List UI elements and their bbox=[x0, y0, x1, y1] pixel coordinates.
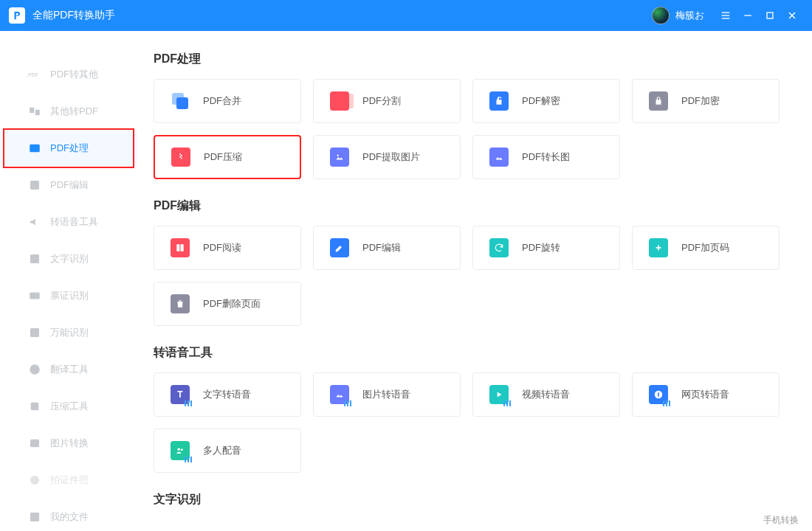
avatar[interactable] bbox=[652, 7, 670, 24]
sidebar-item-image-convert[interactable]: 图片转换 bbox=[0, 425, 137, 462]
card-label: PDF旋转 bbox=[522, 241, 560, 254]
card-pdf-rotate[interactable]: PDF旋转 bbox=[472, 226, 620, 270]
card-label: PDF编辑 bbox=[362, 241, 401, 254]
sidebar-item-label: 拍证件照 bbox=[50, 473, 89, 487]
people-icon bbox=[171, 441, 190, 460]
svg-rect-13 bbox=[30, 293, 40, 299]
camera-icon bbox=[28, 473, 41, 487]
sidebar-item-ocr[interactable]: 文字识别 bbox=[0, 240, 137, 277]
card-pdf-read[interactable]: PDF阅读 bbox=[154, 226, 301, 270]
sidebar-item-pdf-edit[interactable]: PDF编辑 bbox=[0, 167, 137, 204]
globe-icon bbox=[649, 385, 668, 404]
card-label: 多人配音 bbox=[203, 444, 241, 457]
sidebar-item-label: 万能识别 bbox=[50, 326, 89, 339]
card-video-tts[interactable]: 视频转语音 bbox=[472, 372, 620, 417]
svg-rect-8 bbox=[30, 108, 34, 114]
svg-point-28 bbox=[181, 448, 183, 451]
section-title: PDF处理 bbox=[154, 52, 796, 67]
app-logo bbox=[9, 7, 25, 24]
extract-image-icon bbox=[330, 148, 349, 167]
card-pdf-pagenum[interactable]: PDF加页码 bbox=[632, 226, 780, 270]
svg-rect-21 bbox=[181, 155, 182, 156]
svg-rect-17 bbox=[30, 440, 39, 448]
main-content: PDF处理 PDF合并 PDF分割 PDF解密 PDF加密 bbox=[137, 31, 812, 531]
card-pdf-edit[interactable]: PDF编辑 bbox=[313, 226, 461, 270]
maximize-button[interactable] bbox=[759, 0, 781, 31]
svg-rect-14 bbox=[30, 328, 39, 337]
card-label: PDF删除页面 bbox=[203, 297, 261, 310]
sidebar-item-other-to-pdf[interactable]: 其他转PDF bbox=[0, 93, 137, 130]
sidebar-item-label: 压缩工具 bbox=[50, 400, 89, 413]
card-text-tts[interactable]: T 文字转语音 bbox=[154, 372, 301, 417]
section-pdf-edit: PDF编辑 PDF阅读 PDF编辑 PDF旋转 PDF加页码 bbox=[154, 198, 796, 326]
scan-icon bbox=[28, 326, 41, 339]
svg-rect-10 bbox=[30, 145, 40, 153]
section-title: PDF编辑 bbox=[154, 198, 796, 214]
unlock-icon bbox=[489, 91, 509, 111]
sidebar: PDF PDF转其他 其他转PDF PDF处理 PDF编辑 转语音工具 文字识别… bbox=[0, 31, 137, 531]
card-label: 图片转语音 bbox=[362, 388, 410, 401]
card-pdf-delete-page[interactable]: PDF删除页面 bbox=[154, 282, 301, 326]
section-title: 转语音工具 bbox=[154, 345, 796, 361]
card-web-tts[interactable]: 网页转语音 bbox=[632, 372, 780, 417]
sidebar-item-label: PDF编辑 bbox=[50, 178, 89, 192]
card-pdf-extract-image[interactable]: PDF提取图片 bbox=[313, 135, 461, 179]
svg-rect-9 bbox=[35, 110, 40, 116]
username[interactable]: 梅簇お bbox=[675, 9, 704, 22]
rotate-icon bbox=[489, 238, 509, 257]
sidebar-item-my-files[interactable]: 我的文件 bbox=[0, 499, 137, 531]
card-image-tts[interactable]: 图片转语音 bbox=[313, 372, 461, 417]
card-label: 网页转语音 bbox=[681, 388, 729, 401]
pdf-icon: PDF bbox=[28, 68, 41, 81]
svg-rect-12 bbox=[30, 254, 39, 263]
card-pdf-merge[interactable]: PDF合并 bbox=[154, 79, 301, 123]
footer-link[interactable]: 手机转换 bbox=[763, 514, 799, 527]
card-label: PDF加页码 bbox=[681, 241, 729, 254]
card-label: PDF阅读 bbox=[203, 241, 241, 254]
card-label: PDF转长图 bbox=[522, 150, 570, 164]
card-multi-voice[interactable]: 多人配音 bbox=[154, 428, 301, 473]
lock-icon bbox=[649, 91, 668, 111]
card-label: 视频转语音 bbox=[522, 388, 570, 401]
svg-point-27 bbox=[178, 448, 181, 451]
sidebar-item-translate[interactable]: 翻译工具 bbox=[0, 351, 137, 388]
svg-rect-4 bbox=[767, 13, 773, 18]
sidebar-item-tts-tools[interactable]: 转语音工具 bbox=[0, 204, 137, 240]
sidebar-item-compress[interactable]: 压缩工具 bbox=[0, 388, 137, 425]
svg-rect-23 bbox=[181, 158, 182, 159]
convert-icon bbox=[28, 105, 41, 118]
card-pdf-split[interactable]: PDF分割 bbox=[313, 79, 461, 123]
sidebar-item-pdf-process[interactable]: PDF处理 bbox=[0, 130, 137, 167]
sidebar-item-universal-ocr[interactable]: 万能识别 bbox=[0, 314, 137, 351]
sidebar-item-id-photo[interactable]: 拍证件照 bbox=[0, 462, 137, 499]
menu-button[interactable] bbox=[715, 0, 737, 31]
card-pdf-to-long-image[interactable]: PDF转长图 bbox=[472, 135, 620, 179]
app-title: 全能PDF转换助手 bbox=[32, 9, 115, 22]
plus-icon bbox=[649, 238, 668, 257]
sidebar-item-label: 其他转PDF bbox=[50, 105, 98, 118]
translate-icon bbox=[28, 363, 41, 376]
sidebar-item-pdf-to-other[interactable]: PDF PDF转其他 bbox=[0, 56, 137, 93]
section-tts: 转语音工具 T 文字转语音 图片转语音 视频转语音 网页转语音 bbox=[154, 345, 796, 473]
trash-icon bbox=[171, 294, 190, 313]
section-pdf-process: PDF处理 PDF合并 PDF分割 PDF解密 PDF加密 bbox=[154, 52, 796, 179]
close-button[interactable] bbox=[781, 0, 803, 31]
sidebar-item-ticket-ocr[interactable]: 票证识别 bbox=[0, 277, 137, 314]
sidebar-item-label: 我的文件 bbox=[50, 510, 89, 524]
long-image-icon bbox=[489, 148, 509, 167]
process-icon bbox=[28, 142, 41, 155]
svg-point-24 bbox=[337, 155, 339, 156]
card-pdf-lock[interactable]: PDF加密 bbox=[632, 79, 780, 123]
card-pdf-unlock[interactable]: PDF解密 bbox=[472, 79, 620, 123]
svg-rect-16 bbox=[31, 403, 39, 411]
pencil-icon bbox=[330, 238, 349, 257]
minimize-button[interactable] bbox=[737, 0, 759, 31]
card-label: PDF合并 bbox=[203, 94, 241, 108]
text-icon: T bbox=[171, 385, 190, 404]
section-ocr: 文字识别 bbox=[154, 492, 796, 507]
card-label: 文字转语音 bbox=[203, 388, 251, 401]
sidebar-item-label: 票证识别 bbox=[50, 289, 89, 302]
svg-rect-22 bbox=[179, 156, 181, 158]
read-icon bbox=[171, 238, 190, 257]
card-pdf-compress[interactable]: PDF压缩 bbox=[154, 135, 301, 179]
